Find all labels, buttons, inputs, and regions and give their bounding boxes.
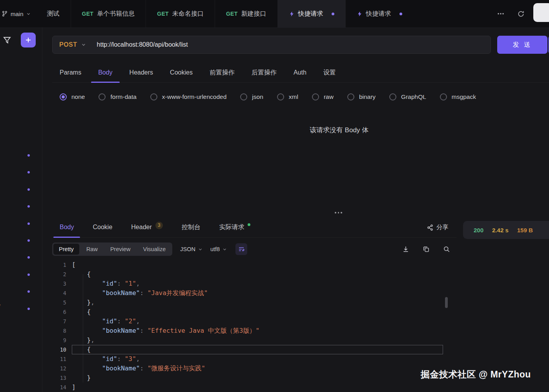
body-type-option-0[interactable]: none xyxy=(60,93,85,100)
request-tab-1[interactable]: Body xyxy=(98,63,112,82)
body-type-label: binary xyxy=(359,93,376,100)
tab-method-label: GET xyxy=(226,11,238,17)
view-mode-pretty[interactable]: Pretty xyxy=(53,244,79,255)
header-tab-1[interactable]: GET单个书籍信息 xyxy=(71,0,146,27)
radio-icon[interactable] xyxy=(347,93,354,100)
body-type-label: raw xyxy=(324,93,334,100)
chevron-down-icon xyxy=(223,247,227,252)
view-mode-preview[interactable]: Preview xyxy=(105,244,136,255)
radio-icon[interactable] xyxy=(277,93,284,100)
body-type-option-1[interactable]: form-data xyxy=(98,93,136,100)
partial-path-text: / xyxy=(0,303,0,312)
view-mode-visualize[interactable]: Visualize xyxy=(137,244,171,255)
filter-icon xyxy=(3,36,11,44)
body-type-option-4[interactable]: xml xyxy=(277,93,298,100)
wrap-lines-icon xyxy=(238,246,244,252)
radio-icon[interactable] xyxy=(98,93,106,100)
refresh-button[interactable] xyxy=(516,9,526,19)
share-button[interactable]: 分享 xyxy=(427,223,449,232)
radio-icon[interactable] xyxy=(312,93,319,100)
chevron-down-icon xyxy=(26,12,31,16)
request-tab-0[interactable]: Params xyxy=(60,63,81,82)
header-tab-5[interactable]: 快捷请求 xyxy=(345,0,413,27)
line-number: 8 xyxy=(52,326,72,335)
body-type-option-2[interactable]: x-www-form-urlencoded xyxy=(150,93,227,100)
radio-icon[interactable] xyxy=(150,93,157,100)
encoding-select-value: utf8 xyxy=(210,246,220,252)
indicator-dot xyxy=(27,205,30,208)
code-line: 5 }, xyxy=(52,298,449,307)
send-button[interactable]: 发 送 xyxy=(497,36,547,54)
download-button[interactable] xyxy=(401,244,411,254)
line-number: 3 xyxy=(52,279,72,288)
header-tab-0[interactable]: 测试 xyxy=(36,0,71,27)
body-type-option-6[interactable]: binary xyxy=(347,93,376,100)
header-tab-2[interactable]: GET未命名接口 xyxy=(146,0,215,27)
top-bar: main 测试GET单个书籍信息GET未命名接口GET新建接口快捷请求快捷请求 xyxy=(0,0,549,28)
ellipsis-icon xyxy=(497,10,505,18)
request-tab-7[interactable]: 设置 xyxy=(323,63,336,82)
indicator-dot xyxy=(27,154,30,157)
tab-label: 快捷请求 xyxy=(298,10,323,18)
format-select[interactable]: JSON xyxy=(180,246,202,252)
line-content: }, xyxy=(72,335,443,345)
tab-method-label: GET xyxy=(157,11,169,17)
request-tab-5[interactable]: 后置操作 xyxy=(252,63,277,82)
code-line: 13 } xyxy=(52,373,449,383)
view-mode-raw[interactable]: Raw xyxy=(81,244,103,255)
response-tab-2[interactable]: Header3 xyxy=(131,217,162,237)
radio-icon[interactable] xyxy=(389,93,396,100)
more-button[interactable] xyxy=(495,8,506,19)
body-type-option-7[interactable]: GraphQL xyxy=(389,93,426,100)
radio-icon[interactable] xyxy=(240,93,247,100)
response-tab-label: Header xyxy=(131,224,151,231)
line-number: 6 xyxy=(52,307,72,317)
request-tab-4[interactable]: 前置操作 xyxy=(210,63,235,82)
refresh-icon xyxy=(517,10,525,18)
body-type-label: form-data xyxy=(110,93,136,100)
chevron-down-icon xyxy=(198,247,202,252)
code-viewer[interactable]: 1[2 {3 "id": "1",4 "bookName": "Java并发编程… xyxy=(52,258,449,392)
response-tab-0[interactable]: Body xyxy=(60,217,74,237)
scrollbar-thumb[interactable] xyxy=(445,297,448,308)
wrap-lines-button[interactable] xyxy=(235,243,247,255)
response-actions xyxy=(401,244,452,254)
search-icon xyxy=(443,246,450,253)
add-request-button[interactable] xyxy=(21,33,36,47)
code-line: 12 "bookName": "微服务设计与实践" xyxy=(52,364,449,373)
branch-selector[interactable]: main xyxy=(0,0,36,27)
copy-button[interactable] xyxy=(421,244,431,254)
share-label: 分享 xyxy=(436,223,449,232)
body-type-option-8[interactable]: msgpack xyxy=(440,93,476,100)
code-line: 2 { xyxy=(52,270,449,279)
url-bar[interactable]: POST http://localhost:8080/api/book/list xyxy=(52,36,491,54)
request-tab-6[interactable]: Auth xyxy=(294,63,306,82)
line-number: 14 xyxy=(52,383,72,392)
response-tab-1[interactable]: Cookie xyxy=(93,217,112,237)
filter-button[interactable] xyxy=(2,35,12,46)
indicator-dot xyxy=(27,290,30,293)
body-type-label: none xyxy=(71,93,85,100)
url-input[interactable]: http://localhost:8080/api/book/list xyxy=(97,41,188,48)
radio-icon[interactable] xyxy=(60,93,67,100)
response-tab-3[interactable]: 控制台 xyxy=(182,217,201,237)
request-tab-3[interactable]: Cookies xyxy=(170,63,193,82)
unsaved-dot xyxy=(399,13,402,15)
method-select[interactable]: POST xyxy=(53,41,91,48)
line-number: 9 xyxy=(52,335,72,345)
radio-icon[interactable] xyxy=(440,93,447,100)
code-line: 6 { xyxy=(52,307,449,317)
line-number: 10 xyxy=(52,345,72,354)
response-tab-label: 控制台 xyxy=(182,223,201,232)
encoding-select[interactable]: utf8 xyxy=(210,246,227,252)
request-tab-2[interactable]: Headers xyxy=(129,63,153,82)
plus-icon xyxy=(25,37,31,43)
header-tab-3[interactable]: GET新建接口 xyxy=(215,0,277,27)
partial-corner-button[interactable] xyxy=(533,3,549,22)
indicator-dot xyxy=(27,256,30,259)
body-type-option-3[interactable]: json xyxy=(240,93,263,100)
header-tab-4[interactable]: 快捷请求 xyxy=(277,0,345,27)
body-type-option-5[interactable]: raw xyxy=(312,93,334,100)
search-button[interactable] xyxy=(441,244,452,254)
response-tab-4[interactable]: 实际请求 xyxy=(219,217,250,237)
